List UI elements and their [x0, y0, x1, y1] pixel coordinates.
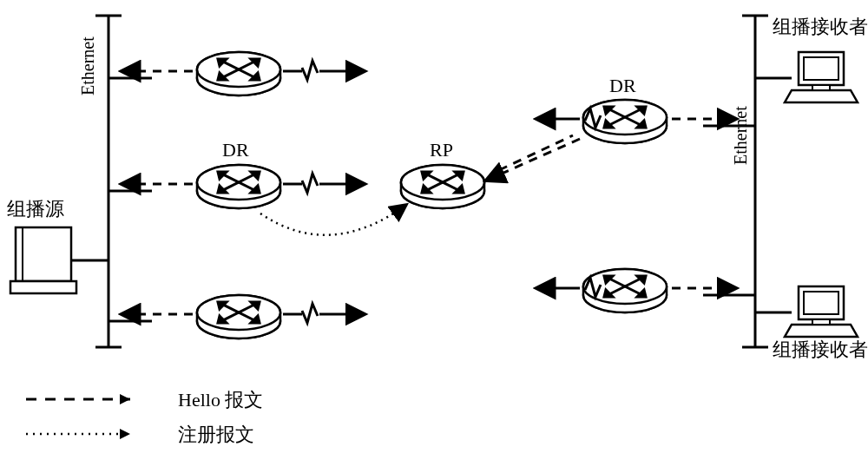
multicast-source-label: 组播源 [7, 198, 64, 220]
svg-marker-45 [120, 394, 130, 404]
receiver-label-2: 组播接收者 [773, 338, 868, 360]
link-r2 [283, 174, 365, 193]
left-bus-label: Ethernet [78, 36, 97, 95]
dr-label-right: DR [609, 75, 636, 96]
hello-r4-rp [486, 135, 580, 181]
receiver-label-1: 组播接收者 [773, 16, 868, 37]
hello-arrows-right [672, 119, 736, 288]
router-r1 [197, 52, 280, 95]
link-r1 [283, 61, 365, 80]
legend-register-label: 注册报文 [178, 424, 254, 445]
receiver-host-1 [785, 52, 858, 102]
hello-arrows-left [122, 71, 193, 314]
svg-marker-47 [120, 429, 130, 439]
wan-links-left [283, 61, 365, 323]
right-ethernet-bus: Ethernet [703, 16, 792, 347]
register-r2-rp [260, 205, 406, 235]
svg-line-43 [499, 135, 573, 170]
router-r2-dr [197, 165, 280, 208]
router-r4-dr [583, 100, 667, 143]
link-r3 [283, 304, 365, 323]
dr-label-left: DR [222, 139, 249, 161]
svg-line-42 [486, 139, 580, 181]
network-diagram: Ethernet Ethernet 组播源 组播接收者 组播接收者 DR RP … [0, 0, 868, 460]
router-r3 [197, 295, 280, 338]
legend: Hello 报文 注册报文 [26, 389, 263, 445]
multicast-source-host [10, 227, 76, 293]
rp-label: RP [430, 139, 453, 161]
router-rp [401, 165, 484, 208]
left-ethernet-bus: Ethernet [61, 16, 152, 347]
right-bus-label: Ethernet [731, 106, 750, 165]
legend-hello-label: Hello 报文 [178, 389, 263, 411]
router-r5 [583, 269, 667, 312]
receiver-host-2 [785, 286, 858, 337]
